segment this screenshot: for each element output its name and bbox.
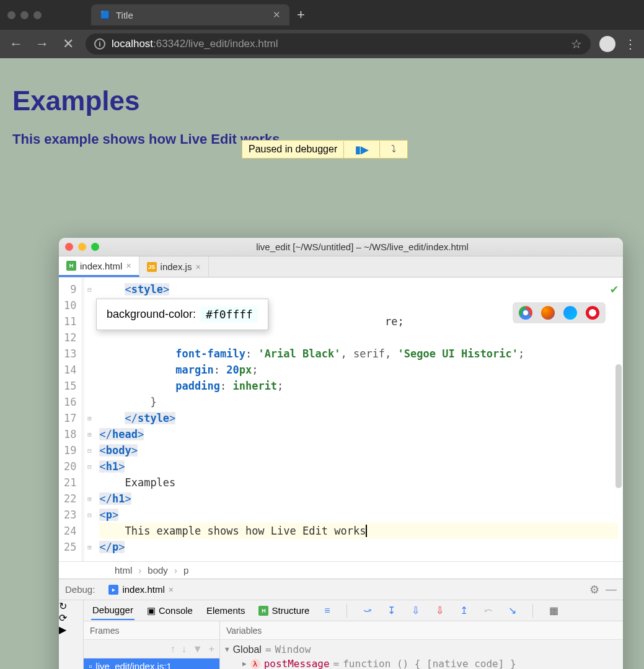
opera-icon[interactable] xyxy=(586,306,599,320)
debugger-resume-button[interactable]: ▮▶ xyxy=(343,141,379,158)
breadcrumb-item[interactable]: body xyxy=(148,565,168,575)
inspections-ok-icon[interactable]: ✔ xyxy=(611,281,618,296)
debugger-banner-text: Paused in debugger xyxy=(242,144,343,155)
debug-config-tab[interactable]: ▸ index.html × xyxy=(104,582,179,597)
variable-row[interactable]: ▶ λ postMessage = function () { [native … xyxy=(225,657,618,669)
minimize-window-icon[interactable] xyxy=(20,11,29,19)
frame-label: live_edit/index.js:1 xyxy=(95,661,172,669)
ide-window: live_edit [~/WS/untitled] – ~/WS/live_ed… xyxy=(59,238,623,669)
evaluate-icon[interactable]: ▦ xyxy=(549,605,558,616)
run-config-icon: ▸ xyxy=(108,585,118,595)
url-text: localhost:63342/live_edit/index.html xyxy=(112,38,278,50)
tab-debugger[interactable]: Debugger xyxy=(91,601,135,620)
smart-step-into-icon[interactable]: ⇩ xyxy=(436,605,444,616)
rerun-button[interactable]: ↻ xyxy=(59,600,83,612)
browser-tab[interactable]: 🟦 Title ✕ xyxy=(91,4,289,25)
ide-title-text: live_edit [~/WS/untitled] – ~/WS/live_ed… xyxy=(108,242,617,252)
tooltip-value: #f0ffff xyxy=(201,307,258,322)
ide-close-icon[interactable] xyxy=(65,243,73,251)
next-frame-icon[interactable]: ↓ xyxy=(182,644,187,655)
firefox-icon[interactable] xyxy=(541,306,555,320)
address-bar[interactable]: i localhost:63342/live_edit/index.html ☆ xyxy=(86,33,591,55)
maximize-window-icon[interactable] xyxy=(33,11,42,19)
bookmark-icon[interactable]: ☆ xyxy=(571,37,582,51)
fold-column[interactable]: ⊟⊞⊞⊟⊟⊞⊟⊞ xyxy=(84,278,94,561)
hide-panel-icon[interactable]: — xyxy=(606,583,617,597)
safari-icon[interactable] xyxy=(563,306,577,320)
variables-panel: Variables ▼ Global = Window xyxy=(220,621,623,669)
page-heading: Examples xyxy=(12,85,632,116)
debugger-step-button[interactable]: ⤵ xyxy=(379,141,407,157)
threads-icon[interactable]: ≡ xyxy=(324,605,330,616)
page-viewport: Examples This example shows how Live Edi… xyxy=(0,58,644,669)
stop-button[interactable]: ⟳ xyxy=(59,612,83,624)
stop-button[interactable]: ✕ xyxy=(60,36,77,52)
run-to-cursor-icon[interactable]: ↘ xyxy=(508,605,516,616)
browser-titlebar: 🟦 Title ✕ + xyxy=(0,0,644,30)
frames-panel: Frames ↑ ↓ ▼ + ▫ live_edit/index.js:1 xyxy=(84,621,220,669)
chevron-right-icon: › xyxy=(174,565,177,575)
html-file-icon: H xyxy=(66,261,76,271)
variables-header: Variables xyxy=(220,621,623,640)
back-button[interactable]: ← xyxy=(7,36,25,52)
step-out-icon[interactable]: ↥ xyxy=(460,605,468,616)
browser-menu-icon[interactable]: ⋮ xyxy=(624,37,637,51)
tooltip-label: background-color: xyxy=(107,308,196,321)
stack-frame[interactable]: ▫ live_edit/index.js:1 xyxy=(84,658,219,669)
breadcrumb-item[interactable]: html xyxy=(115,565,132,575)
tab-structure[interactable]: HStructure xyxy=(257,601,311,619)
line-gutter[interactable]: 910111213141516171819202122232425 xyxy=(59,278,84,561)
window-controls xyxy=(7,11,42,19)
drop-frame-icon[interactable]: ⤺ xyxy=(484,605,492,616)
favicon-icon: 🟦 xyxy=(100,10,110,20)
tab-label: index.js xyxy=(161,261,192,272)
settings-icon[interactable]: ⚙ xyxy=(589,583,599,597)
frame-icon: ▫ xyxy=(89,661,92,669)
site-info-icon[interactable]: i xyxy=(94,38,105,50)
editor-tab-index-html[interactable]: H index.html × xyxy=(59,256,139,277)
editor-scrollbar[interactable] xyxy=(615,364,622,488)
debugger-banner: Paused in debugger ▮▶ ⤵ xyxy=(242,140,408,159)
add-icon[interactable]: + xyxy=(209,644,214,655)
filter-icon[interactable]: ▼ xyxy=(193,644,203,655)
tab-label: index.html xyxy=(80,261,122,271)
debug-panel: Debug: ▸ index.html × ⚙ — ↻ ⟳ xyxy=(59,579,623,669)
close-tab-icon[interactable]: ✕ xyxy=(273,9,281,20)
variable-row[interactable]: ▼ Global = Window xyxy=(225,642,618,657)
browser-toolbar: ← → ✕ i localhost:63342/live_edit/index.… xyxy=(0,30,644,58)
editor-tab-index-js[interactable]: JS index.js × xyxy=(139,256,209,277)
open-in-browser-toolbar xyxy=(513,302,606,323)
lambda-icon: λ xyxy=(250,659,260,669)
step-over-icon[interactable]: ⤻ xyxy=(363,605,371,616)
tab-title: Title xyxy=(116,10,133,20)
console-icon: ▣ xyxy=(147,605,156,616)
ide-titlebar: live_edit [~/WS/untitled] – ~/WS/live_ed… xyxy=(59,238,623,256)
tab-elements[interactable]: Elements xyxy=(205,601,247,619)
close-tab-icon[interactable]: × xyxy=(126,261,131,271)
ide-minimize-icon[interactable] xyxy=(78,243,86,251)
breadcrumb-item[interactable]: p xyxy=(183,565,188,575)
frames-header: Frames xyxy=(84,621,219,640)
resume-button[interactable]: ▶ xyxy=(59,624,83,636)
editor-tabs: H index.html × JS index.js × xyxy=(59,256,623,278)
chrome-icon[interactable] xyxy=(519,306,532,320)
tab-console[interactable]: ▣Console xyxy=(146,601,194,620)
prev-frame-icon[interactable]: ↑ xyxy=(170,644,175,655)
debug-label: Debug: xyxy=(65,584,95,595)
close-icon[interactable]: × xyxy=(169,585,174,595)
js-file-icon: JS xyxy=(147,262,157,272)
breadcrumb[interactable]: html › body › p xyxy=(59,561,623,579)
profile-icon[interactable] xyxy=(599,36,615,52)
code-editor[interactable]: ✔ background-color: #f0ffff 910111213141… xyxy=(59,278,623,561)
close-tab-icon[interactable]: × xyxy=(195,262,200,272)
close-window-icon[interactable] xyxy=(7,11,15,19)
debug-tabs: Debugger ▣Console Elements HStructure ≡ … xyxy=(84,600,623,621)
forward-button[interactable]: → xyxy=(33,36,51,52)
new-tab-button[interactable]: + xyxy=(297,7,305,23)
ide-zoom-icon[interactable] xyxy=(91,243,99,251)
debug-side-toolbar: ↻ ⟳ ▶ xyxy=(59,600,84,669)
step-into-icon[interactable]: ↧ xyxy=(387,605,395,616)
expand-icon[interactable]: ▶ xyxy=(242,660,247,668)
expand-icon[interactable]: ▼ xyxy=(225,645,229,654)
force-step-into-icon[interactable]: ⇩ xyxy=(412,605,420,616)
